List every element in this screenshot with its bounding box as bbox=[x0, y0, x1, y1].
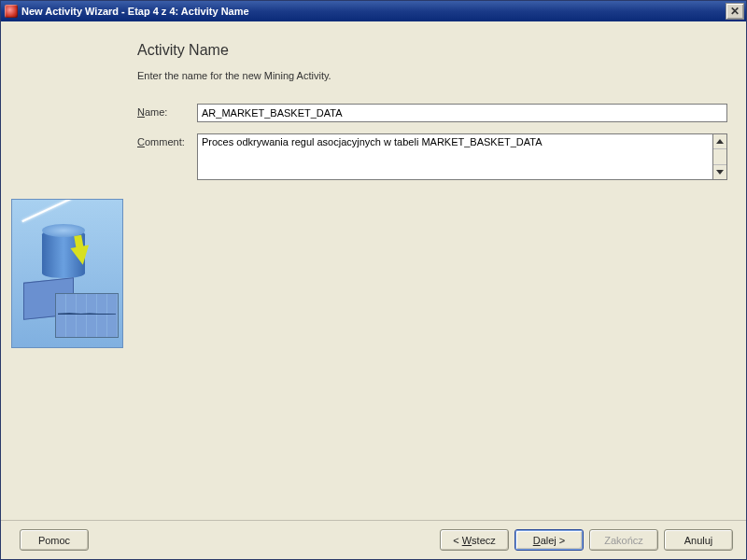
sidebar bbox=[1, 21, 132, 520]
scroll-up-button[interactable] bbox=[713, 134, 726, 149]
footer: Pomoc < Wstecz Dalej > Zakończ Anuluj bbox=[1, 520, 746, 559]
row-comment: Comment: bbox=[137, 133, 727, 180]
name-input[interactable] bbox=[197, 104, 727, 122]
comment-label: Comment: bbox=[137, 133, 197, 147]
comment-textarea[interactable] bbox=[197, 133, 712, 180]
close-icon: ✕ bbox=[730, 5, 740, 18]
row-name: Name: bbox=[137, 104, 727, 122]
next-button[interactable]: Dalej > bbox=[514, 529, 584, 551]
app-icon bbox=[5, 5, 18, 18]
comment-scrollbar bbox=[712, 133, 727, 180]
page-title: Activity Name bbox=[137, 42, 727, 59]
name-label: Name: bbox=[137, 104, 197, 118]
main-panel: Activity Name Enter the name for the new… bbox=[132, 21, 746, 520]
back-button[interactable]: < Wstecz bbox=[440, 529, 509, 551]
cancel-button[interactable]: Anuluj bbox=[664, 529, 733, 551]
content-area: Activity Name Enter the name for the new… bbox=[1, 21, 746, 520]
window-title: New Activity Wizard - Etap 4 z 4: Activi… bbox=[21, 6, 249, 17]
chevron-down-icon bbox=[716, 170, 724, 175]
scroll-down-button[interactable] bbox=[713, 164, 726, 179]
chevron-up-icon bbox=[716, 139, 724, 144]
finish-button: Zakończ bbox=[589, 529, 658, 551]
wizard-graphic bbox=[11, 199, 123, 348]
instruction-text: Enter the name for the new Mining Activi… bbox=[137, 70, 727, 81]
close-button[interactable]: ✕ bbox=[726, 3, 744, 20]
titlebar: New Activity Wizard - Etap 4 z 4: Activi… bbox=[1, 1, 746, 21]
help-button[interactable]: Pomoc bbox=[20, 529, 89, 551]
